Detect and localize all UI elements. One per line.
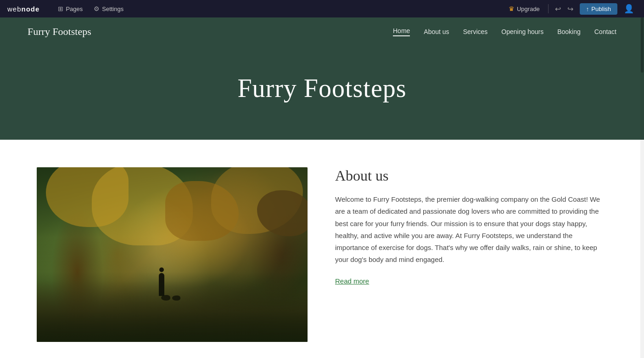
scrollbar-thumb[interactable] — [641, 17, 644, 73]
toolbar-right: ♛ Upgrade ↩ ↪ ↑ Publish 👤 — [504, 2, 637, 15]
pages-label: Pages — [66, 6, 83, 12]
hero-section: Furry Footsteps — [0, 46, 644, 140]
settings-nav-item[interactable]: ⚙ Settings — [89, 3, 128, 14]
pages-nav-item[interactable]: ⊞ Pages — [53, 3, 87, 14]
webnode-logo: webnode — [7, 5, 39, 13]
site-logo[interactable]: Furry Footsteps — [28, 26, 91, 38]
undo-redo-group: ↩ ↪ — [552, 3, 576, 15]
settings-icon: ⚙ — [94, 5, 100, 12]
about-heading: About us — [335, 167, 607, 184]
ground — [37, 281, 308, 342]
undo-button[interactable]: ↩ — [552, 3, 564, 15]
person-silhouette — [159, 273, 164, 296]
user-icon[interactable]: 👤 — [621, 2, 637, 15]
nav-item-booking[interactable]: Booking — [557, 28, 581, 35]
scrollbar-track[interactable] — [640, 0, 644, 358]
pages-icon: ⊞ — [58, 5, 63, 12]
toolbar: webnode ⊞ Pages ⚙ Settings ♛ Upgrade ↩ ↪ — [0, 0, 644, 17]
publish-button[interactable]: ↑ Publish — [580, 3, 617, 15]
settings-label: Settings — [102, 6, 123, 12]
redo-button[interactable]: ↪ — [565, 3, 576, 15]
nav-item-home[interactable]: Home — [393, 27, 410, 36]
site-header: Furry Footsteps Home About us Services O… — [0, 17, 644, 46]
publish-label: Publish — [591, 6, 611, 12]
upgrade-label: Upgrade — [517, 6, 540, 12]
upgrade-button[interactable]: ♛ Upgrade — [504, 3, 544, 14]
site-nav: Home About us Services Opening hours Boo… — [393, 27, 616, 36]
nav-item-services[interactable]: Services — [463, 28, 488, 35]
about-body-text: Welcome to Furry Footsteps, the premier … — [335, 193, 607, 266]
nav-item-about-us[interactable]: About us — [424, 28, 449, 35]
hero-title: Furry Footsteps — [9, 74, 635, 103]
dog2-silhouette — [172, 295, 180, 301]
nav-item-contact[interactable]: Contact — [594, 28, 616, 35]
toolbar-nav: ⊞ Pages ⚙ Settings — [53, 3, 495, 14]
about-text: About us Welcome to Furry Footsteps, the… — [335, 167, 607, 285]
content-section: About us Welcome to Furry Footsteps, the… — [0, 140, 644, 358]
publish-icon: ↑ — [586, 6, 589, 12]
about-image — [37, 167, 308, 342]
dog1-silhouette — [161, 295, 170, 301]
nav-item-opening-hours[interactable]: Opening hours — [501, 28, 543, 35]
crown-icon: ♛ — [509, 5, 515, 12]
page-wrapper: webnode ⊞ Pages ⚙ Settings ♛ Upgrade ↩ ↪ — [0, 0, 644, 358]
toolbar-divider — [548, 4, 549, 13]
read-more-link[interactable]: Read more — [335, 277, 369, 285]
